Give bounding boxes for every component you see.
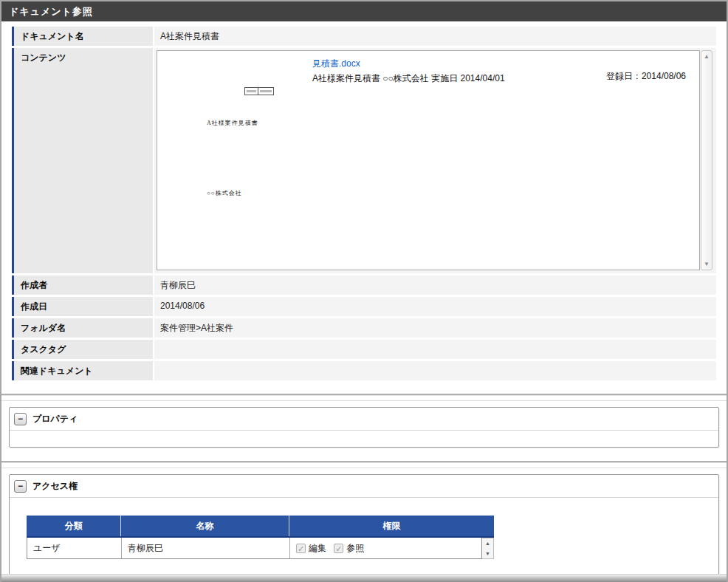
view-checkbox-label: 参照 — [346, 542, 364, 555]
created-date-value: 2014/08/06 — [154, 297, 716, 316]
scroll-up-icon[interactable]: ▲ — [485, 541, 490, 546]
collapse-properties-button[interactable]: − — [14, 413, 27, 425]
task-tag-value — [154, 340, 716, 359]
permission-edit: ✓ 編集 — [296, 542, 326, 555]
section-divider — [1, 468, 727, 468]
document-name-value: A社案件見積書 — [154, 27, 716, 46]
access-rights-section: − アクセス権 分類 名称 権限 ユーザ 青柳辰巳 — [9, 474, 719, 580]
form-row-created-date: 作成日 2014/08/06 — [12, 297, 716, 316]
form-row-task-tag: タスクタグ — [12, 340, 716, 359]
table-row: ユーザ 青柳辰巳 ✓ 編集 ✓ 参照 — [27, 538, 482, 559]
section-divider — [1, 461, 727, 463]
related-documents-value — [154, 361, 716, 380]
document-detail-panel: ドキュメント名 A社案件見積書 コンテンツ 見積書.docx A社様案件見積書 … — [12, 27, 716, 380]
edit-checkbox-label: 編集 — [309, 542, 326, 555]
preview-stamp-cell — [258, 87, 274, 95]
column-header-name: 名称 — [120, 516, 289, 536]
content-scrollbar[interactable]: ▲ ▼ — [701, 50, 712, 270]
access-rights-title: アクセス権 — [32, 480, 78, 493]
properties-body — [10, 431, 718, 447]
view-checkbox[interactable]: ✓ — [334, 544, 343, 553]
content-preview-header: 見積書.docx A社様案件見積書 ○○株式会社 実施日 2014/04/01 … — [157, 51, 699, 85]
task-tag-label: タスクタグ — [12, 340, 153, 359]
page-title: ドキュメント参照 — [1, 1, 727, 21]
access-rights-panel-header: − アクセス権 — [10, 475, 718, 498]
cell-permissions: ✓ 編集 ✓ 参照 — [289, 538, 481, 558]
table-row-scrollbar[interactable]: ▲ ▼ — [482, 538, 494, 559]
creator-label: 作成者 — [12, 275, 153, 295]
folder-name-label: フォルダ名 — [12, 318, 153, 338]
created-date-label: 作成日 — [12, 297, 153, 316]
minus-icon: − — [18, 481, 23, 491]
access-table-header-row: 分類 名称 権限 — [27, 516, 494, 538]
document-name-label: ドキュメント名 — [12, 27, 153, 46]
preview-stamp-table — [244, 87, 274, 95]
preview-doc-title: A社様案件見積書 — [207, 119, 258, 127]
minus-icon: − — [18, 414, 23, 424]
section-divider — [1, 400, 727, 401]
document-reference-window: ドキュメント参照 ドキュメント名 A社案件見積書 コンテンツ 見積書.docx … — [0, 0, 728, 582]
collapse-access-rights-button[interactable]: − — [14, 480, 27, 493]
access-rights-body: 分類 名称 権限 ユーザ 青柳辰巳 ✓ 編集 — [10, 498, 718, 579]
form-row-creator: 作成者 青柳辰巳 — [12, 275, 716, 295]
properties-section: − プロパティ — [9, 407, 719, 448]
access-rights-panel: − アクセス権 分類 名称 権限 ユーザ 青柳辰巳 — [9, 474, 719, 580]
folder-name-value: 案件管理>A社案件 — [154, 318, 716, 338]
window-bottom-edge — [1, 574, 727, 582]
properties-panel: − プロパティ — [9, 407, 719, 448]
scroll-down-icon[interactable]: ▼ — [485, 551, 490, 556]
properties-title: プロパティ — [32, 413, 78, 425]
scroll-down-icon[interactable]: ▼ — [704, 261, 710, 267]
edit-checkbox[interactable]: ✓ — [296, 544, 306, 553]
creator-value: 青柳辰巳 — [154, 275, 716, 295]
preview-doc-company: ○○株式会社 — [207, 189, 242, 197]
form-row-contents: コンテンツ 見積書.docx A社様案件見積書 ○○株式会社 実施日 2014/… — [12, 48, 716, 273]
document-file-link[interactable]: 見積書.docx — [312, 58, 360, 70]
section-divider — [1, 394, 727, 396]
scroll-up-icon[interactable]: ▲ — [704, 53, 710, 60]
permission-view: ✓ 参照 — [334, 542, 364, 555]
content-preview: 見積書.docx A社様案件見積書 ○○株式会社 実施日 2014/04/01 … — [157, 50, 700, 270]
cell-name: 青柳辰巳 — [121, 538, 289, 558]
registered-date: 登録日：2014/08/06 — [606, 70, 686, 83]
column-header-permission: 権限 — [289, 516, 494, 536]
contents-label: コンテンツ — [12, 48, 153, 273]
form-row-folder-name: フォルダ名 案件管理>A社案件 — [12, 318, 716, 338]
cell-category: ユーザ — [27, 538, 121, 558]
related-documents-label: 関連ドキュメント — [12, 361, 153, 380]
column-header-category: 分類 — [27, 516, 120, 536]
properties-panel-header: − プロパティ — [10, 408, 718, 431]
access-table-body: ユーザ 青柳辰巳 ✓ 編集 ✓ 参照 — [27, 538, 494, 559]
preview-stamp-cell — [244, 87, 258, 95]
access-rights-table: 分類 名称 権限 ユーザ 青柳辰巳 ✓ 編集 — [27, 516, 494, 559]
contents-value: 見積書.docx A社様案件見積書 ○○株式会社 実施日 2014/04/01 … — [154, 48, 716, 273]
form-row-related-documents: 関連ドキュメント — [12, 361, 716, 380]
form-row-document-name: ドキュメント名 A社案件見積書 — [12, 27, 716, 46]
